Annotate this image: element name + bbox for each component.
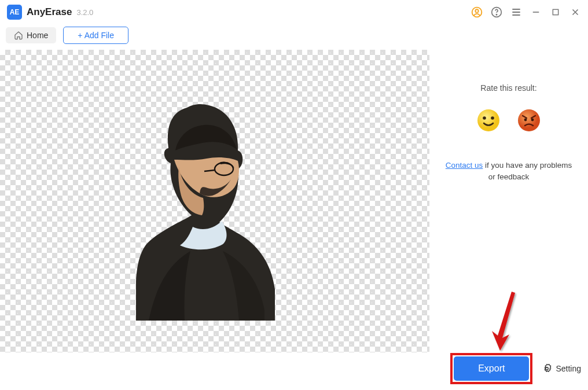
bottom-bar: Export Setting [450,353,581,384]
angry-emoji-icon[interactable] [517,109,541,132]
app-logo-icon: AE [7,5,22,20]
content: Rate this result: Contact us if you have… [0,50,588,387]
title-left: AE AnyErase 3.2.0 [7,5,93,20]
toolbar: Home + Add File [0,24,588,50]
feedback-suffix: if you have any problems or feedback [483,161,572,181]
happy-emoji-icon[interactable] [477,109,500,132]
export-button[interactable]: Export [454,356,529,381]
maximize-icon[interactable] [550,6,561,18]
setting-button[interactable]: Setting [542,363,581,374]
svg-point-6 [477,109,499,131]
svg-rect-4 [553,9,558,14]
titlebar: AE AnyErase 3.2.0 [0,0,588,24]
emoji-row [441,109,576,132]
contact-us-link[interactable]: Contact us [446,161,483,170]
app-name: AnyErase [27,6,72,18]
svg-point-8 [491,116,494,120]
svg-point-11 [531,119,534,122]
setting-label: Setting [556,364,581,373]
home-icon [14,31,23,40]
app-version: 3.2.0 [76,8,93,17]
feedback-text: Contact us if you have any problems or f… [441,160,576,183]
canvas-area[interactable] [0,50,429,352]
home-button[interactable]: Home [6,27,56,43]
home-label: Home [27,31,48,40]
svg-point-7 [483,116,486,120]
subject-image [135,96,276,322]
svg-point-10 [524,119,527,122]
user-icon[interactable] [471,6,483,18]
gear-icon [542,363,552,374]
window-controls [471,6,581,18]
add-file-button[interactable]: + Add File [63,27,128,44]
svg-point-3 [496,14,497,15]
help-icon[interactable] [491,6,502,18]
menu-icon[interactable] [510,6,522,18]
close-icon[interactable] [569,6,581,18]
sidebar: Rate this result: Contact us if you have… [429,50,588,387]
svg-point-9 [518,109,540,131]
svg-point-1 [475,9,478,12]
export-highlight: Export [450,353,532,384]
svg-point-12 [546,367,549,370]
rate-label: Rate this result: [441,83,576,93]
minimize-icon[interactable] [530,6,542,18]
